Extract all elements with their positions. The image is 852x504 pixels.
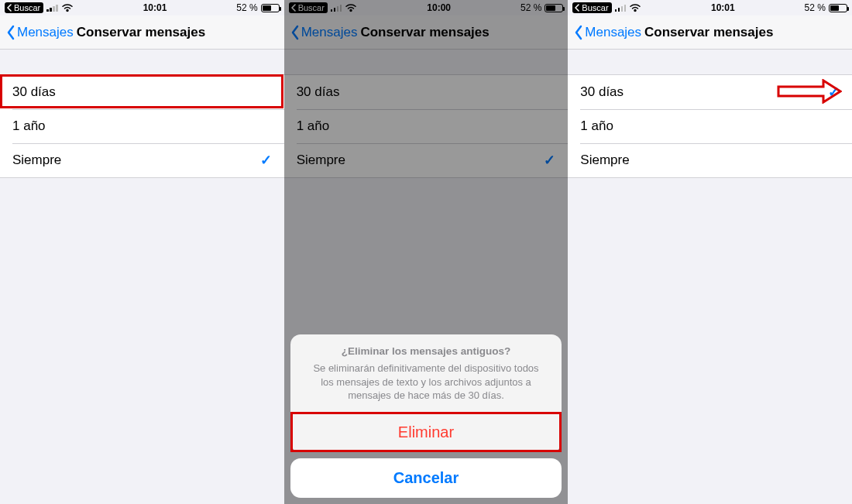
option-label: Siempre — [580, 153, 629, 168]
back-to-app-chip[interactable]: Buscar — [5, 2, 43, 13]
back-to-app-label: Buscar — [14, 3, 40, 12]
options-list: 30 días 1 año Siempre ✓ — [284, 74, 569, 178]
nav-back-button[interactable]: Mensajes — [574, 25, 641, 40]
chevron-left-icon — [290, 25, 300, 40]
wifi-icon — [345, 3, 357, 12]
option-label: 30 días — [297, 84, 340, 100]
option-label: Siempre — [297, 153, 345, 168]
option-label: 1 año — [580, 118, 613, 134]
status-right: 52 % — [805, 2, 847, 13]
nav-bar: Mensajes Conservar mensajes — [0, 15, 284, 50]
nav-back-button[interactable]: Mensajes — [6, 25, 74, 40]
status-right: 52 % — [520, 2, 563, 13]
action-sheet-message: Se eliminarán definitivamente del dispos… — [306, 362, 547, 403]
checkmark-icon: ✓ — [828, 84, 840, 101]
battery-icon — [545, 4, 563, 12]
cellular-signal-icon — [331, 4, 342, 12]
option-row-1-ano[interactable]: 1 año — [568, 109, 852, 143]
nav-back-label: Mensajes — [17, 25, 74, 40]
option-row-siempre[interactable]: Siempre — [568, 143, 852, 177]
battery-percent-label: 52 % — [805, 2, 826, 13]
status-bar: Buscar 10:01 52 % — [0, 0, 284, 15]
nav-bar: Mensajes Conservar mensajes — [284, 15, 569, 50]
nav-title: Conservar mensajes — [644, 25, 773, 40]
option-row-30-dias[interactable]: 30 días — [0, 75, 284, 109]
option-row-1-ano[interactable]: 1 año — [0, 109, 284, 143]
nav-bar: Mensajes Conservar mensajes — [568, 15, 852, 50]
delete-button[interactable]: Eliminar — [290, 412, 562, 452]
chevron-left-icon — [290, 4, 297, 12]
status-right: 52 % — [236, 2, 279, 13]
nav-title: Conservar mensajes — [360, 25, 489, 40]
nav-back-label: Mensajes — [301, 25, 358, 40]
battery-icon — [829, 4, 847, 12]
back-to-app-chip[interactable]: Buscar — [572, 2, 611, 13]
nav-back-label: Mensajes — [585, 25, 641, 40]
option-label: 1 año — [12, 118, 46, 134]
chevron-left-icon — [6, 25, 15, 40]
cellular-signal-icon — [615, 4, 627, 12]
chevron-left-icon — [6, 4, 12, 12]
status-left: Buscar — [572, 2, 641, 13]
option-label: 30 días — [12, 84, 56, 100]
action-sheet: ¿Eliminar los mensajes antiguos? Se elim… — [290, 334, 562, 498]
status-time: 10:01 — [711, 2, 735, 13]
nav-back-button[interactable]: Mensajes — [290, 25, 358, 40]
option-label: Siempre — [12, 153, 61, 168]
battery-icon — [261, 4, 280, 12]
action-sheet-header: ¿Eliminar los mensajes antiguos? Se elim… — [290, 334, 562, 412]
back-to-app-chip[interactable]: Buscar — [289, 2, 328, 13]
option-row-30-dias[interactable]: 30 días — [284, 75, 569, 109]
option-row-1-ano[interactable]: 1 año — [284, 109, 569, 143]
checkmark-icon: ✓ — [260, 152, 272, 169]
battery-percent-label: 52 % — [520, 2, 541, 13]
panel-2: Buscar 10:00 52 % Mensajes Conservar men… — [284, 0, 569, 504]
back-to-app-label: Buscar — [582, 3, 608, 12]
panel-1: Buscar 10:01 52 % Mensajes Conservar men… — [0, 0, 284, 504]
action-sheet-group: ¿Eliminar los mensajes antiguos? Se elim… — [290, 334, 562, 452]
cancel-button[interactable]: Cancelar — [290, 458, 562, 498]
option-row-siempre[interactable]: Siempre ✓ — [0, 143, 284, 177]
status-time: 10:01 — [143, 2, 167, 13]
option-row-30-dias[interactable]: 30 días ✓ — [568, 75, 852, 109]
checkmark-icon: ✓ — [544, 152, 555, 169]
status-bar: Buscar 10:00 52 % — [284, 0, 569, 15]
chevron-left-icon — [574, 4, 580, 12]
battery-percent-label: 52 % — [236, 2, 257, 13]
option-label: 1 año — [297, 118, 330, 134]
status-time: 10:00 — [427, 2, 451, 13]
options-list: 30 días ✓ 1 año Siempre — [568, 74, 852, 178]
nav-title: Conservar mensajes — [77, 25, 205, 40]
status-left: Buscar — [289, 2, 358, 13]
status-bar: Buscar 10:01 52 % — [568, 0, 852, 15]
status-left: Buscar — [5, 2, 74, 13]
panel-3: Buscar 10:01 52 % Mensajes Conservar men… — [568, 0, 852, 504]
option-label: 30 días — [580, 84, 624, 100]
cellular-signal-icon — [46, 4, 58, 12]
options-list: 30 días 1 año Siempre ✓ — [0, 74, 284, 178]
option-row-siempre[interactable]: Siempre ✓ — [284, 143, 569, 177]
chevron-left-icon — [574, 25, 583, 40]
action-sheet-title: ¿Eliminar los mensajes antiguos? — [306, 345, 547, 357]
wifi-icon — [61, 3, 74, 12]
back-to-app-label: Buscar — [298, 3, 325, 12]
wifi-icon — [629, 3, 641, 12]
